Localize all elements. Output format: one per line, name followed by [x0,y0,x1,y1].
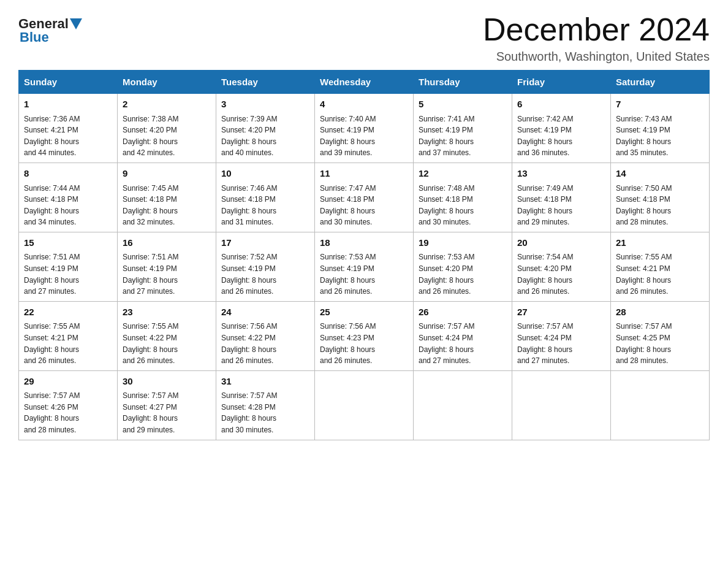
day-number: 24 [221,305,309,320]
day-number: 29 [24,375,112,389]
day-info: Sunrise: 7:44 AMSunset: 4:18 PMDaylight:… [24,183,112,228]
day-number: 19 [419,236,507,250]
calendar-cell: 20Sunrise: 7:54 AMSunset: 4:20 PMDayligh… [512,232,611,301]
day-number: 17 [221,236,309,250]
day-number: 22 [24,305,112,320]
calendar-cell: 31Sunrise: 7:57 AMSunset: 4:28 PMDayligh… [216,370,315,440]
col-header-thursday: Thursday [414,71,512,94]
calendar-week-row: 15Sunrise: 7:51 AMSunset: 4:19 PMDayligh… [19,232,710,301]
day-info: Sunrise: 7:36 AMSunset: 4:21 PMDaylight:… [24,113,112,159]
day-number: 2 [123,98,211,112]
day-number: 27 [517,305,605,320]
day-number: 4 [320,98,408,112]
day-info: Sunrise: 7:47 AMSunset: 4:18 PMDaylight:… [320,183,408,228]
day-number: 3 [221,98,309,112]
day-info: Sunrise: 7:46 AMSunset: 4:18 PMDaylight:… [221,183,309,228]
day-info: Sunrise: 7:55 AMSunset: 4:21 PMDaylight:… [616,251,704,297]
day-number: 18 [320,236,408,250]
day-info: Sunrise: 7:57 AMSunset: 4:28 PMDaylight:… [221,390,309,435]
day-number: 16 [123,236,211,250]
day-number: 10 [221,167,309,181]
calendar-cell: 21Sunrise: 7:55 AMSunset: 4:21 PMDayligh… [611,232,710,301]
calendar-table: SundayMondayTuesdayWednesdayThursdayFrid… [18,70,710,440]
day-info: Sunrise: 7:50 AMSunset: 4:18 PMDaylight:… [616,183,704,228]
day-info: Sunrise: 7:57 AMSunset: 4:27 PMDaylight:… [123,390,211,435]
day-info: Sunrise: 7:56 AMSunset: 4:23 PMDaylight:… [320,321,408,366]
logo-triangle-icon [70,18,82,29]
day-number: 5 [419,98,507,112]
col-header-saturday: Saturday [611,71,710,94]
calendar-cell: 15Sunrise: 7:51 AMSunset: 4:19 PMDayligh… [19,232,118,301]
calendar-week-row: 8Sunrise: 7:44 AMSunset: 4:18 PMDaylight… [19,163,710,232]
calendar-cell: 14Sunrise: 7:50 AMSunset: 4:18 PMDayligh… [611,163,710,232]
col-header-monday: Monday [118,71,216,94]
day-number: 8 [24,167,112,181]
calendar-cell: 2Sunrise: 7:38 AMSunset: 4:20 PMDaylight… [118,94,216,163]
calendar-cell: 7Sunrise: 7:43 AMSunset: 4:19 PMDaylight… [611,94,710,163]
day-number: 25 [320,305,408,320]
day-info: Sunrise: 7:57 AMSunset: 4:24 PMDaylight:… [517,321,605,366]
day-info: Sunrise: 7:57 AMSunset: 4:25 PMDaylight:… [616,321,704,366]
day-number: 30 [123,375,211,389]
calendar-week-row: 29Sunrise: 7:57 AMSunset: 4:26 PMDayligh… [19,370,710,440]
day-info: Sunrise: 7:51 AMSunset: 4:19 PMDaylight:… [123,251,211,297]
day-number: 14 [616,167,704,181]
col-header-tuesday: Tuesday [216,71,315,94]
calendar-cell: 19Sunrise: 7:53 AMSunset: 4:20 PMDayligh… [414,232,512,301]
location-subtitle: Southworth, Washington, United States [483,50,710,64]
calendar-cell: 17Sunrise: 7:52 AMSunset: 4:19 PMDayligh… [216,232,315,301]
day-number: 6 [517,98,605,112]
calendar-cell: 6Sunrise: 7:42 AMSunset: 4:19 PMDaylight… [512,94,611,163]
day-number: 12 [419,167,507,181]
calendar-cell: 22Sunrise: 7:55 AMSunset: 4:21 PMDayligh… [19,301,118,370]
day-number: 7 [616,98,704,112]
logo: General Blue [18,17,83,45]
col-header-wednesday: Wednesday [315,71,414,94]
calendar-cell [414,370,512,440]
calendar-cell: 16Sunrise: 7:51 AMSunset: 4:19 PMDayligh… [118,232,216,301]
day-info: Sunrise: 7:42 AMSunset: 4:19 PMDaylight:… [517,113,605,159]
day-info: Sunrise: 7:55 AMSunset: 4:22 PMDaylight:… [123,321,211,366]
calendar-cell: 3Sunrise: 7:39 AMSunset: 4:20 PMDaylight… [216,94,315,163]
calendar-cell: 1Sunrise: 7:36 AMSunset: 4:21 PMDaylight… [19,94,118,163]
day-info: Sunrise: 7:57 AMSunset: 4:24 PMDaylight:… [419,321,507,366]
day-info: Sunrise: 7:54 AMSunset: 4:20 PMDaylight:… [517,251,605,297]
day-info: Sunrise: 7:45 AMSunset: 4:18 PMDaylight:… [123,183,211,228]
calendar-cell: 8Sunrise: 7:44 AMSunset: 4:18 PMDaylight… [19,163,118,232]
day-number: 23 [123,305,211,320]
day-number: 31 [221,375,309,389]
day-number: 15 [24,236,112,250]
day-info: Sunrise: 7:52 AMSunset: 4:19 PMDaylight:… [221,251,309,297]
day-info: Sunrise: 7:40 AMSunset: 4:19 PMDaylight:… [320,113,408,159]
day-number: 28 [616,305,704,320]
day-info: Sunrise: 7:57 AMSunset: 4:26 PMDaylight:… [24,390,112,435]
calendar-week-row: 22Sunrise: 7:55 AMSunset: 4:21 PMDayligh… [19,301,710,370]
day-number: 13 [517,167,605,181]
calendar-cell: 11Sunrise: 7:47 AMSunset: 4:18 PMDayligh… [315,163,414,232]
calendar-cell: 24Sunrise: 7:56 AMSunset: 4:22 PMDayligh… [216,301,315,370]
day-info: Sunrise: 7:43 AMSunset: 4:19 PMDaylight:… [616,113,704,159]
calendar-cell: 25Sunrise: 7:56 AMSunset: 4:23 PMDayligh… [315,301,414,370]
calendar-cell: 26Sunrise: 7:57 AMSunset: 4:24 PMDayligh… [414,301,512,370]
calendar-cell: 4Sunrise: 7:40 AMSunset: 4:19 PMDaylight… [315,94,414,163]
calendar-cell: 29Sunrise: 7:57 AMSunset: 4:26 PMDayligh… [19,370,118,440]
calendar-header-row: SundayMondayTuesdayWednesdayThursdayFrid… [19,71,710,94]
title-block: December 2024 Southworth, Washington, Un… [483,12,710,64]
calendar-cell: 9Sunrise: 7:45 AMSunset: 4:18 PMDaylight… [118,163,216,232]
day-info: Sunrise: 7:53 AMSunset: 4:20 PMDaylight:… [419,251,507,297]
col-header-sunday: Sunday [19,71,118,94]
calendar-cell: 12Sunrise: 7:48 AMSunset: 4:18 PMDayligh… [414,163,512,232]
day-info: Sunrise: 7:55 AMSunset: 4:21 PMDaylight:… [24,321,112,366]
day-info: Sunrise: 7:53 AMSunset: 4:19 PMDaylight:… [320,251,408,297]
day-info: Sunrise: 7:56 AMSunset: 4:22 PMDaylight:… [221,321,309,366]
calendar-cell: 23Sunrise: 7:55 AMSunset: 4:22 PMDayligh… [118,301,216,370]
calendar-cell: 28Sunrise: 7:57 AMSunset: 4:25 PMDayligh… [611,301,710,370]
day-info: Sunrise: 7:49 AMSunset: 4:18 PMDaylight:… [517,183,605,228]
calendar-cell: 5Sunrise: 7:41 AMSunset: 4:19 PMDaylight… [414,94,512,163]
logo-general-text: General [18,17,69,31]
calendar-cell [611,370,710,440]
day-info: Sunrise: 7:39 AMSunset: 4:20 PMDaylight:… [221,113,309,159]
calendar-cell: 30Sunrise: 7:57 AMSunset: 4:27 PMDayligh… [118,370,216,440]
day-number: 21 [616,236,704,250]
calendar-cell: 18Sunrise: 7:53 AMSunset: 4:19 PMDayligh… [315,232,414,301]
